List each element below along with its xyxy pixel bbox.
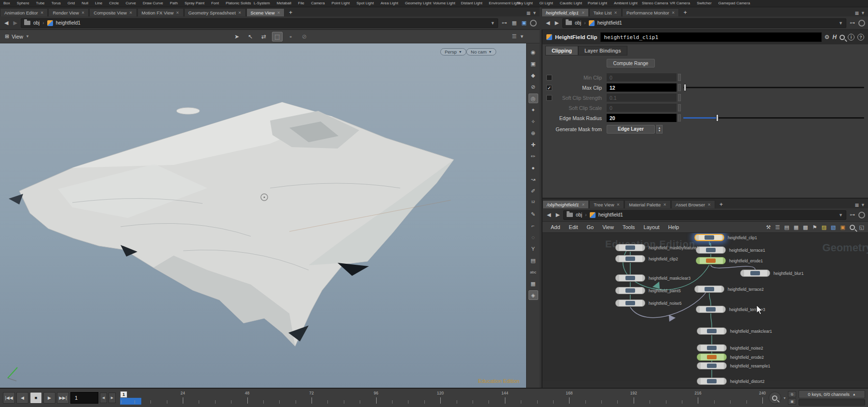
normals-icon[interactable]: Y	[529, 244, 538, 254]
jump-end-button[interactable]: ▶▶|	[57, 392, 69, 404]
layout-stack-icon[interactable]: ☰	[512, 33, 517, 40]
frame-ruler[interactable]: 1 24487296120144168192216240	[119, 390, 765, 406]
tab-composite-view[interactable]: Composite View✕	[89, 8, 136, 16]
value-ladder[interactable]	[678, 84, 681, 91]
playbar-zoom-icon[interactable]	[769, 392, 781, 404]
shelf-tool-stereo-camera[interactable]: Stereo Camera	[638, 1, 666, 5]
snap-tool-icon[interactable]: ▫	[285, 32, 296, 41]
shelf-tool-volume-light[interactable]: Volume Light	[430, 1, 458, 5]
tab-motion-fx-view[interactable]: Motion FX View✕	[137, 8, 184, 16]
node-heightfield_clip1[interactable]	[694, 234, 724, 241]
tab-material-palette[interactable]: Material Palette✕	[624, 200, 671, 208]
soft-clip-scale-field[interactable]: 0	[607, 104, 677, 112]
play-reverse-button[interactable]: ◀	[16, 392, 28, 404]
shelf-tool-grid[interactable]: Grid	[64, 1, 78, 5]
close-icon[interactable]: ✕	[707, 203, 711, 207]
close-icon[interactable]: ✕	[176, 11, 179, 15]
gear-icon[interactable]: ⚙	[825, 34, 830, 41]
search-icon[interactable]	[840, 35, 845, 40]
radial-menu-icon[interactable]	[858, 20, 865, 27]
ruler-icon[interactable]: ⌐	[529, 221, 538, 231]
shelf-tool-sky-light[interactable]: Sky Light	[514, 1, 536, 5]
search-icon[interactable]	[850, 225, 855, 230]
breadcrumb[interactable]: obj › heightfield1 ▼	[21, 18, 498, 28]
back-icon[interactable]: ◀	[545, 212, 552, 218]
chevron-down-icon[interactable]: ▾	[520, 33, 523, 40]
node-heightfield_clip2[interactable]	[615, 255, 645, 262]
new-tab-button[interactable]: +	[679, 8, 691, 16]
shelf-tool-switcher[interactable]: Switcher	[693, 1, 715, 5]
pane-split-icon[interactable]: ▦	[855, 11, 859, 15]
node-heightfield_terrace1[interactable]	[696, 246, 726, 254]
snapshot-icon[interactable]: ▣	[529, 59, 538, 68]
tab-heightfield-clip1[interactable]: heightfield_clip1✕	[542, 8, 589, 16]
close-icon[interactable]: ✕	[617, 203, 620, 207]
ortho-tool-icon[interactable]: ⊘	[299, 32, 310, 41]
play-button[interactable]: ▶	[43, 392, 55, 404]
breadcrumb[interactable]: obj › heightfield1 ▼	[562, 18, 846, 28]
select-mask-icon[interactable]: ◌	[529, 232, 538, 242]
viewport-3d[interactable]: Persp▼ No cam▼ Education Edition	[0, 43, 526, 388]
breadcrumb-node[interactable]: heightfield1	[597, 20, 622, 26]
tab-geometry-spreadsheet[interactable]: Geometry Spreadsheet✕	[184, 8, 246, 16]
shelf-tool-geometry-light[interactable]: Geometry Light	[402, 1, 430, 5]
brush-icon[interactable]: ✏	[529, 151, 538, 161]
network-canvas[interactable]: Education Edition Geometry heightfield_c…	[542, 233, 868, 389]
breadcrumb-dropdown-icon[interactable]: ▼	[839, 213, 843, 217]
menu-go[interactable]: Go	[583, 224, 598, 230]
pane-split-icon[interactable]: ▦	[855, 203, 859, 207]
value-ladder[interactable]	[678, 104, 681, 111]
forward-icon[interactable]: ▶	[553, 20, 560, 26]
breadcrumb-node[interactable]: heightfield1	[56, 20, 81, 26]
node-heightfield_terrace3[interactable]	[696, 306, 726, 313]
min-clip-field[interactable]: 0	[607, 73, 677, 81]
paint-icon[interactable]: ✎	[529, 209, 538, 219]
shelf-tool-gi-light[interactable]: GI Light	[536, 1, 556, 5]
sticky-note-icon[interactable]: ▨	[821, 224, 826, 231]
keys-channels-button[interactable]: 0 keys, 0/0 channels ▲	[799, 390, 865, 398]
pin-icon[interactable]: ⊶	[848, 20, 856, 26]
value-ladder[interactable]	[678, 94, 681, 101]
breadcrumb-dropdown-icon[interactable]: ▼	[490, 21, 495, 26]
shelf-tool-spray-paint[interactable]: Spray Paint	[181, 1, 208, 5]
close-icon[interactable]: ✕	[277, 11, 281, 15]
breadcrumb-context[interactable]: obj	[575, 20, 581, 26]
menu-tools[interactable]: Tools	[618, 224, 639, 230]
help-icon[interactable]: ?	[857, 34, 864, 41]
stop-button[interactable]: ■	[30, 392, 42, 404]
point-numbers-icon[interactable]: ¹²	[529, 198, 538, 207]
generate-mask-from-dropdown[interactable]: Edge Layer	[607, 125, 655, 134]
stroke-icon[interactable]: ↝	[529, 175, 538, 184]
back-icon[interactable]: ◀	[3, 20, 10, 26]
node-heightfield_resample1[interactable]	[697, 362, 727, 369]
shelf-tool-point-light[interactable]: Point Light	[328, 1, 353, 5]
dropdown-spinner-icon[interactable]: ▲▼	[656, 125, 663, 134]
text-abc-icon[interactable]: abc	[529, 267, 538, 277]
shelf-tool-gamepad-camera[interactable]: Gamepad Camera	[715, 1, 743, 5]
display-flags-icon[interactable]: ⚑	[813, 224, 817, 231]
tab-tree-view[interactable]: Tree View✕	[589, 200, 624, 208]
chevron-down-icon[interactable]: ▼	[861, 203, 865, 207]
chevron-down-icon[interactable]: ▼	[532, 11, 537, 15]
menu-view[interactable]: View	[598, 224, 618, 230]
snap-icon[interactable]: ◈	[529, 290, 538, 300]
shelf-tool-vr-camera[interactable]: VR Camera	[666, 1, 693, 5]
close-icon[interactable]: ✕	[581, 11, 584, 15]
shelf-tool-box[interactable]: Box	[0, 1, 14, 5]
camera-lock-icon[interactable]: ▣	[520, 20, 528, 26]
breadcrumb-node[interactable]: heightfield1	[598, 212, 623, 217]
close-icon[interactable]: ✕	[81, 11, 85, 15]
shelf-tool-area-light[interactable]: Area Light	[377, 1, 401, 5]
box-select-tool-icon[interactable]: ⬚	[272, 32, 283, 41]
shelf-tool-environment-light[interactable]: Environment Light	[486, 1, 514, 5]
notes-icon[interactable]: ▤	[784, 224, 789, 231]
shelf-tool-torus[interactable]: Torus	[48, 1, 65, 5]
shelf-tool-platonic-solids[interactable]: Platonic Solids	[222, 1, 250, 5]
node-heightfield_paint5[interactable]	[615, 287, 645, 294]
shelf-tool-circle[interactable]: Circle	[106, 1, 122, 5]
tab-clipping[interactable]: Clipping	[545, 46, 578, 55]
shelf-tool-ambient-light[interactable]: Ambient Light	[610, 1, 638, 5]
node-heightfield_blur1[interactable]	[740, 270, 770, 277]
translate-tool-icon[interactable]: ⇄	[258, 32, 269, 41]
soft-clip-strength-field[interactable]: 0.1	[607, 94, 677, 102]
